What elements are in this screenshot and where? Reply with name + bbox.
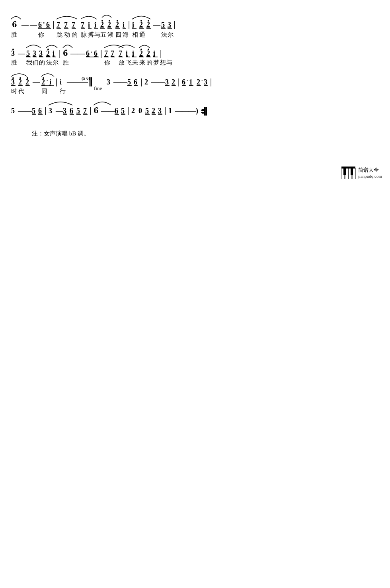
svg-text:2: 2 xyxy=(46,49,50,57)
svg-point-63 xyxy=(12,49,14,50)
svg-text:的: 的 xyxy=(72,31,78,38)
svg-text:·: · xyxy=(47,78,48,84)
svg-text:2: 2 xyxy=(25,78,29,86)
svg-rect-227 xyxy=(341,167,355,169)
svg-text:5: 5 xyxy=(127,78,131,86)
svg-point-121 xyxy=(12,77,14,79)
svg-text:2: 2 xyxy=(107,21,111,29)
svg-text:2: 2 xyxy=(18,78,22,86)
svg-text:6̂: 6̂ xyxy=(63,49,68,57)
svg-text:—: — xyxy=(70,49,78,57)
svg-text:): ) xyxy=(196,107,198,115)
svg-text:—: — xyxy=(25,107,33,115)
svg-text:5: 5 xyxy=(121,107,125,115)
svg-text:6̂: 6̂ xyxy=(94,107,99,115)
svg-text:法: 法 xyxy=(46,59,52,66)
svg-text:同: 同 xyxy=(41,88,47,94)
svg-text:梦: 梦 xyxy=(153,59,159,66)
svg-text:时: 时 xyxy=(11,88,17,94)
svg-text:5: 5 xyxy=(26,49,30,57)
svg-text:2: 2 xyxy=(146,21,150,29)
svg-text:2: 2 xyxy=(172,78,175,86)
svg-text:3: 3 xyxy=(49,107,52,115)
svg-text:飞: 飞 xyxy=(126,59,132,66)
svg-point-24 xyxy=(109,20,110,22)
svg-text:—: — xyxy=(113,78,121,86)
svg-text:6: 6 xyxy=(115,107,118,115)
svg-text:2: 2 xyxy=(139,49,143,57)
svg-text:2: 2 xyxy=(41,78,45,86)
svg-text:i: i xyxy=(94,21,96,29)
svg-text:胜: 胜 xyxy=(11,31,17,38)
svg-point-21 xyxy=(101,20,103,22)
svg-text:3: 3 xyxy=(107,78,110,86)
svg-text:—: — xyxy=(153,21,161,29)
svg-text:—: — xyxy=(21,21,29,29)
svg-text:—: — xyxy=(18,49,25,57)
svg-text:代: 代 xyxy=(18,88,24,94)
svg-text:|: | xyxy=(178,77,179,86)
svg-text:|: | xyxy=(174,20,175,29)
svg-text:与: 与 xyxy=(94,31,100,38)
svg-text:行: 行 xyxy=(60,88,66,94)
svg-text:湖: 湖 xyxy=(107,31,113,38)
svg-text:·: · xyxy=(187,78,188,84)
svg-text:—: — xyxy=(29,21,37,29)
svg-text:3: 3 xyxy=(158,107,162,115)
svg-text:2: 2 xyxy=(115,21,119,29)
svg-text:i: i xyxy=(49,78,51,86)
svg-point-219 xyxy=(202,112,204,114)
svg-point-72 xyxy=(47,49,49,50)
site-info: 简谱大全 jianpudq.com xyxy=(358,166,382,178)
svg-text:7: 7 xyxy=(119,49,122,57)
svg-text:3: 3 xyxy=(165,78,169,86)
svg-text:|: | xyxy=(160,49,162,58)
svg-text:尔: 尔 xyxy=(53,59,58,66)
svg-text:搏: 搏 xyxy=(88,31,94,38)
svg-text:五: 五 xyxy=(100,31,106,38)
svg-text:0: 0 xyxy=(138,107,142,115)
svg-text:|: | xyxy=(140,77,142,86)
svg-text:—: — xyxy=(158,78,166,86)
svg-point-99 xyxy=(148,49,149,50)
svg-text:海: 海 xyxy=(123,31,129,38)
svg-text:放: 放 xyxy=(119,59,125,66)
svg-text:与: 与 xyxy=(166,59,172,66)
svg-text:i: i xyxy=(53,49,55,57)
site-url: jianpudq.com xyxy=(358,174,382,178)
svg-text:法: 法 xyxy=(161,31,167,38)
svg-text:的: 的 xyxy=(146,59,152,66)
svg-text:3: 3 xyxy=(204,78,207,86)
svg-text:3: 3 xyxy=(11,78,15,86)
svg-text:胜: 胜 xyxy=(11,59,17,66)
svg-point-218 xyxy=(202,109,204,111)
svg-text:—: — xyxy=(55,107,63,115)
svg-text:—: — xyxy=(77,49,85,57)
svg-text:i: i xyxy=(153,49,155,57)
svg-text:1: 1 xyxy=(168,107,172,115)
svg-text:2: 2 xyxy=(146,49,150,57)
svg-text:7: 7 xyxy=(111,49,114,57)
svg-text:我: 我 xyxy=(26,59,32,66)
svg-text:|: | xyxy=(127,106,129,115)
svg-text:3: 3 xyxy=(168,21,171,29)
svg-text:6: 6 xyxy=(46,21,50,29)
svg-text:·: · xyxy=(91,49,92,55)
svg-text:来: 来 xyxy=(139,59,145,66)
svg-text:|: | xyxy=(100,49,102,58)
svg-text:i: i xyxy=(132,21,134,29)
svg-text:5: 5 xyxy=(161,21,165,29)
svg-text:5: 5 xyxy=(32,107,35,115)
svg-point-35 xyxy=(140,20,142,22)
svg-text:|: | xyxy=(210,77,212,86)
svg-text:未: 未 xyxy=(132,59,138,66)
svg-text:7: 7 xyxy=(83,107,87,115)
svg-text:|: | xyxy=(45,106,46,115)
svg-point-38 xyxy=(148,20,149,22)
score-area: text { font-family: "Times New Roman", "… xyxy=(0,0,390,187)
music-score-svg: text { font-family: "Times New Roman", "… xyxy=(8,12,382,179)
svg-text:—: — xyxy=(181,107,189,115)
svg-text:i: i xyxy=(126,49,128,57)
svg-rect-226 xyxy=(351,168,353,175)
svg-text:2: 2 xyxy=(197,78,200,86)
